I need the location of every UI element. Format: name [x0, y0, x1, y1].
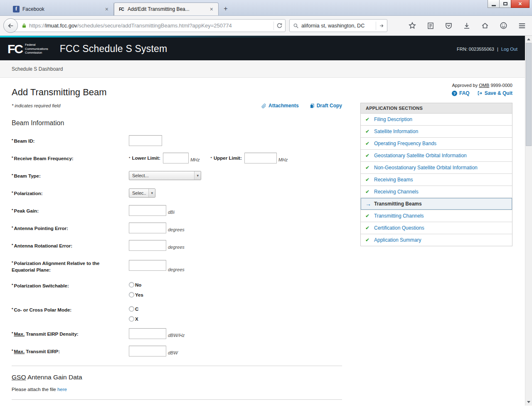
search-bar[interactable]: alifornia st, washington, DC	[289, 19, 387, 32]
title-row: Add Transmitting Beam Approved by OMB 99…	[12, 83, 512, 98]
sidebar-item-label[interactable]: Transmitting Channels	[374, 213, 424, 219]
hello-smiley-icon[interactable]	[500, 22, 507, 30]
save-quit-link[interactable]: Save & Quit	[477, 90, 512, 96]
attachments-link[interactable]: Attachments	[261, 103, 299, 109]
sidebar-item-receiving-beams[interactable]: ✔Receiving Beams	[361, 174, 512, 186]
minimize-button[interactable]	[488, 0, 500, 8]
antenna-pointing-error-input[interactable]	[129, 223, 166, 233]
radio-button[interactable]	[129, 306, 134, 312]
sidebar-item-label[interactable]: Filing Description	[374, 116, 412, 122]
beam-type-select[interactable]: Select...▾	[129, 171, 201, 180]
beam-id-input[interactable]	[129, 135, 162, 146]
attach-here-link[interactable]: here	[57, 387, 67, 392]
tab-facebook[interactable]: fFacebook×	[9, 2, 114, 15]
sidebar-item-non-geostationary-satellite-orbital-information[interactable]: ✔Non-Geostationary Satellite Orbital Inf…	[361, 162, 512, 174]
radio-button[interactable]	[129, 316, 134, 322]
form-row-co-or-cross-polar-mode: *Co- or Cross Polar Mode:CX	[12, 304, 342, 322]
sidebar-item-filing-description[interactable]: ✔Filing Description	[361, 114, 512, 126]
sidebar-item-operating-frequency-bands[interactable]: ✔Operating Frequency Bands	[361, 138, 512, 150]
sidebar-item-label[interactable]: Application Summary	[374, 237, 421, 243]
reading-list-icon[interactable]	[427, 22, 434, 30]
sidebar-item-geostationary-satellite-orbital-information[interactable]: ✔Geostationary Satellite Orbital Informa…	[361, 150, 512, 162]
checkmark-icon: ✔	[365, 117, 374, 122]
pocket-icon[interactable]	[445, 22, 453, 30]
url-bar[interactable]: https://lmuat.fcc.gov/schedules/secure/a…	[10, 19, 286, 32]
vertical-scrollbar[interactable]	[525, 36, 532, 406]
field-label-text: Max. Transmit EIRP Density:	[14, 332, 79, 337]
beam-information-heading: Beam Information	[12, 119, 342, 127]
radio-button[interactable]	[129, 282, 134, 287]
search-go-button[interactable]	[379, 23, 384, 28]
max-transmit-eirp-density-input[interactable]	[129, 328, 166, 339]
receive-beam-frequency-upper-limit-input[interactable]	[244, 153, 277, 163]
scroll-up-button[interactable]	[525, 36, 532, 43]
downloads-icon[interactable]	[463, 22, 470, 30]
required-asterisk: *	[12, 260, 13, 265]
sidebar-item-transmitting-channels[interactable]: ✔Transmitting Channels	[361, 210, 512, 222]
polarization-alignment-relative-to-the-equatorial-plane-input[interactable]	[129, 260, 166, 271]
sub-row: * indicates required field Attachments D…	[12, 103, 342, 109]
radio-option-c[interactable]: C	[129, 306, 138, 312]
draft-copy-link[interactable]: Draft Copy	[310, 103, 342, 109]
scroll-down-button[interactable]	[525, 399, 532, 406]
question-circle-icon	[452, 91, 457, 96]
polarization-select[interactable]: Selec...▾	[129, 188, 155, 198]
sidebar-item-satellite-information[interactable]: ✔Satellite Information	[361, 126, 512, 138]
field-control: CX	[129, 304, 138, 322]
sidebar-item-label[interactable]: Certification Questions	[374, 225, 424, 231]
unit-suffix: dBW/Hz	[168, 333, 185, 338]
radio-option-yes[interactable]: Yes	[129, 292, 143, 297]
sidebar-item-label[interactable]: Receiving Beams	[374, 177, 413, 183]
bookmark-star-icon[interactable]	[408, 22, 416, 30]
sidebar-item-label[interactable]: Operating Frequency Bands	[374, 141, 436, 146]
tab-close-icon[interactable]: ×	[209, 6, 214, 12]
caption-line: Federal	[25, 43, 48, 47]
sidebar-item-label[interactable]: Receiving Channels	[374, 189, 419, 195]
max-transmit-eirp-input[interactable]	[129, 346, 166, 356]
select-value: Select...	[132, 173, 192, 178]
antenna-rotational-error-input[interactable]	[129, 240, 166, 251]
url-text: https://lmuat.fcc.gov/schedules/secure/a…	[29, 22, 271, 29]
search-input[interactable]: alifornia st, washington, DC	[301, 23, 373, 29]
breadcrumb[interactable]: Schedule S Dashboard	[12, 66, 63, 72]
required-asterisk: *	[12, 307, 13, 311]
sidebar-item-receiving-channels[interactable]: ✔Receiving Channels	[361, 186, 512, 198]
chevron-down-icon: ▾	[194, 171, 201, 180]
current-arrow-icon: →	[365, 201, 374, 207]
home-icon[interactable]	[481, 22, 489, 30]
form-row-polarization-switchable: *Polarization Switchable:NoYes	[12, 280, 342, 297]
sidebar-item-application-summary[interactable]: ✔Application Summary	[361, 234, 512, 246]
field-control: degrees	[129, 223, 185, 233]
new-tab-button[interactable]: +	[220, 4, 232, 14]
sidebar-item-label[interactable]: Non-Geostationary Satellite Orbital Info…	[374, 165, 478, 171]
tab-close-icon[interactable]: ×	[104, 6, 110, 12]
sidebar-item-label[interactable]: Satellite Information	[374, 129, 418, 134]
sidebar-item-label[interactable]: Geostationary Satellite Orbital Informat…	[374, 153, 467, 158]
radio-button[interactable]	[129, 292, 134, 297]
form-row-beam-id: *Beam ID:	[12, 135, 342, 146]
receive-beam-frequency-lower-limit-input[interactable]	[163, 153, 189, 163]
gso-heading: GSO Antenna Gain Data	[12, 374, 342, 381]
back-button[interactable]	[3, 18, 18, 33]
radio-option-x[interactable]: X	[129, 316, 138, 322]
peak-gain-input[interactable]	[129, 205, 166, 216]
app-title: FCC Schedule S System	[60, 43, 167, 54]
field-control: Select...▾	[129, 170, 201, 181]
logout-link[interactable]: Log Out	[501, 47, 517, 52]
menu-hamburger-icon[interactable]	[518, 22, 526, 29]
sidebar-item-certification-questions[interactable]: ✔Certification Questions	[361, 222, 512, 234]
maximize-button[interactable]	[499, 0, 511, 8]
close-button[interactable]: ×	[511, 0, 530, 8]
tab-add-edit-transmitting-bea[interactable]: FCAdd/Edit Transmitting Bea...×	[114, 2, 219, 15]
section-divider	[12, 399, 342, 400]
scrollbar-thumb[interactable]	[526, 43, 532, 146]
sidebar-item-transmitting-beams[interactable]: →Transmitting Beams	[361, 198, 512, 210]
reload-button[interactable]	[276, 22, 283, 29]
required-asterisk: *	[12, 138, 13, 142]
search-icon	[293, 23, 299, 29]
faq-link[interactable]: FAQ	[452, 90, 470, 96]
required-asterisk: *	[12, 283, 13, 287]
abbreviation: Max.	[14, 332, 25, 337]
sidebar-item-label: Transmitting Beams	[374, 201, 422, 207]
radio-option-no[interactable]: No	[129, 282, 143, 287]
